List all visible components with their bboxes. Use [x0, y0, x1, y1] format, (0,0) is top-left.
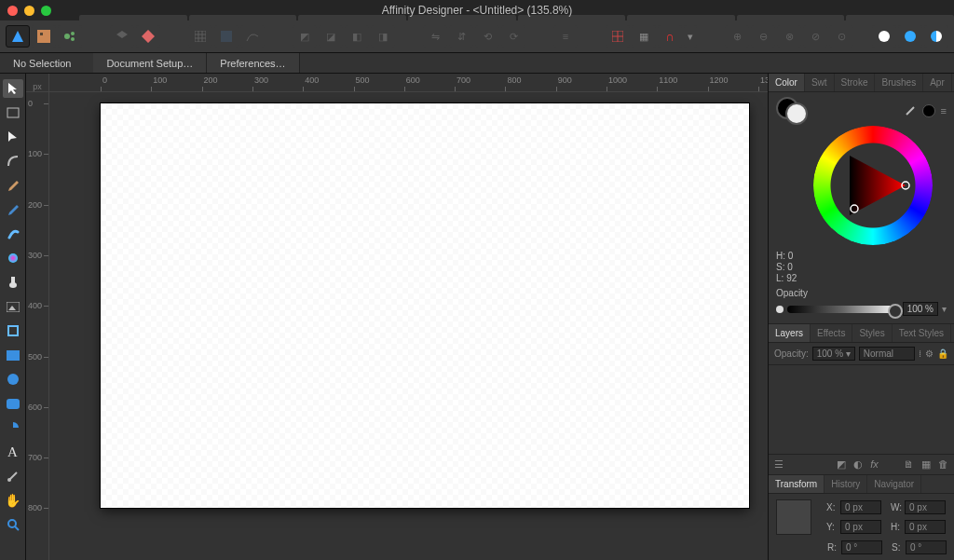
pen-tool[interactable] [3, 176, 23, 195]
hsl-readout: H: 0 S: 0 L: 92 [776, 251, 947, 284]
boolean-subtract-button[interactable]: ⊖ [751, 25, 775, 48]
canvas-area[interactable] [49, 92, 768, 560]
transform-r-field[interactable]: R:0 ° [827, 540, 882, 554]
snap-grid-button[interactable] [606, 25, 630, 48]
panel-tab-stroke[interactable]: Stroke [835, 74, 876, 91]
move-back-button[interactable]: ◩ [293, 25, 317, 48]
crop-tool[interactable] [3, 321, 23, 340]
ellipse-tool[interactable] [3, 370, 23, 389]
snap-pixel-button[interactable]: ▦ [632, 25, 656, 48]
flip-horizontal-button[interactable]: ⇋ [423, 25, 447, 48]
artboard[interactable] [101, 103, 749, 508]
document-setup-button[interactable]: Document Setup… [93, 53, 207, 73]
panel-tab-swt[interactable]: Swt [805, 74, 835, 91]
rotate-cw-button[interactable]: ⟳ [501, 25, 525, 48]
transform-x-field[interactable]: X:0 px [826, 500, 881, 514]
sample-swatch[interactable] [922, 104, 935, 117]
flip-vertical-button[interactable]: ⇵ [449, 25, 473, 48]
panel-tab-styles[interactable]: Styles [852, 324, 892, 342]
blend-mode-select[interactable]: Normal [859, 347, 915, 361]
synchronize-defaults-button[interactable] [136, 25, 160, 48]
close-window-button[interactable] [7, 6, 18, 16]
insert-target-1-button[interactable] [872, 25, 896, 48]
transform-h-field[interactable]: H:0 px [891, 520, 946, 534]
panel-tab-transform[interactable]: Transform [769, 475, 825, 493]
snap-magnet-button[interactable]: ∩ [658, 25, 682, 48]
minimize-window-button[interactable] [24, 6, 34, 16]
adjustment-layer-icon[interactable]: ◐ [853, 458, 863, 471]
rotate-ccw-button[interactable]: ⟲ [475, 25, 499, 48]
zoom-tool[interactable] [3, 515, 23, 534]
layers-summary-icon[interactable]: ☰ [774, 458, 784, 471]
shape-tool[interactable] [3, 418, 23, 437]
layer-settings-icon[interactable]: ⚙ [925, 348, 934, 359]
color-picker-tool[interactable] [3, 467, 23, 485]
persona-export-button[interactable] [58, 25, 82, 48]
ruler-origin[interactable]: px [26, 74, 49, 92]
add-layer-icon[interactable]: 🗎 [904, 458, 914, 471]
place-image-tool[interactable] [3, 297, 23, 316]
layer-opacity-field[interactable]: 100 % ▾ [812, 347, 855, 361]
mask-layer-icon[interactable]: ◩ [837, 458, 846, 471]
move-backward-button[interactable]: ◪ [319, 25, 343, 48]
panel-tab-history[interactable]: History [825, 475, 867, 493]
color-wheel[interactable] [813, 126, 933, 245]
move-forward-button[interactable]: ◧ [345, 25, 369, 48]
vector-brush-tool[interactable] [3, 225, 23, 243]
opacity-dropdown-icon[interactable]: ▾ [942, 304, 947, 314]
boolean-divide-button[interactable]: ⊘ [803, 25, 827, 48]
move-tool[interactable] [3, 79, 23, 98]
svg-marker-36 [850, 156, 906, 215]
boolean-add-button[interactable]: ⊕ [725, 25, 749, 48]
opacity-value[interactable]: 100 % [903, 302, 938, 316]
boolean-combine-button[interactable]: ⊙ [829, 25, 853, 48]
opacity-slider[interactable] [787, 306, 899, 313]
persona-pixel-button[interactable] [32, 25, 56, 48]
pencil-tool[interactable] [3, 200, 23, 219]
snap-options-button[interactable]: ▾ [684, 25, 697, 48]
delete-layer-icon[interactable]: 🗑 [938, 458, 948, 471]
baseline-toggle-button[interactable] [214, 25, 238, 48]
rounded-rect-tool[interactable] [3, 394, 23, 413]
persona-designer-button[interactable] [6, 25, 30, 48]
boolean-intersect-button[interactable]: ⊗ [777, 25, 801, 48]
default-view-button[interactable] [110, 25, 134, 48]
corner-tool[interactable] [3, 152, 23, 171]
panel-tab-layers[interactable]: Layers [769, 324, 811, 342]
rectangle-tool[interactable] [3, 346, 23, 364]
text-tool[interactable]: A [3, 443, 23, 461]
layers-list[interactable] [769, 365, 954, 454]
grid-toggle-button[interactable] [188, 25, 212, 48]
move-front-button[interactable]: ◨ [371, 25, 395, 48]
pan-tool[interactable]: ✋ [3, 491, 23, 510]
add-pixel-layer-icon[interactable]: ▦ [921, 458, 931, 471]
panel-tab-text-styles[interactable]: Text Styles [893, 324, 951, 342]
anchor-selector[interactable] [776, 499, 811, 535]
eyedropper-icon[interactable] [904, 104, 917, 117]
fx-layer-icon[interactable]: fx [870, 458, 879, 471]
preferences-button[interactable]: Preferences… [207, 53, 299, 73]
fill-swatch[interactable] [785, 102, 808, 125]
zoom-window-button[interactable] [41, 6, 51, 16]
align-menu-button[interactable]: ≡ [553, 25, 578, 48]
panel-tab-apr[interactable]: Apr [923, 74, 952, 91]
color-panel-menu-icon[interactable]: ≡ [941, 105, 947, 116]
artboard-tool[interactable] [3, 103, 23, 122]
canvas-viewport[interactable]: px 0100200300400500600700800900100011001… [26, 74, 768, 560]
vertical-ruler[interactable]: 0100200300400500600700800 [26, 92, 49, 560]
insert-target-2-button[interactable] [898, 25, 922, 48]
panel-tab-color[interactable]: Color [769, 74, 805, 91]
curves-toggle-button[interactable] [240, 25, 265, 48]
transform-s-field[interactable]: S:0 ° [892, 540, 947, 554]
transparency-tool[interactable] [3, 273, 23, 292]
panel-tab-navigator[interactable]: Navigator [867, 475, 921, 493]
transform-w-field[interactable]: W:0 px [891, 500, 946, 514]
horizontal-ruler[interactable]: 0100200300400500600700800900100011001200… [49, 74, 768, 92]
panel-tab-brushes[interactable]: Brushes [875, 74, 923, 91]
node-tool[interactable] [3, 128, 23, 146]
transform-y-field[interactable]: Y:0 px [826, 520, 881, 534]
fill-tool[interactable] [3, 249, 23, 267]
layer-lock-icon[interactable]: 🔒 [937, 348, 948, 359]
panel-tab-effects[interactable]: Effects [811, 324, 852, 342]
insert-target-3-button[interactable] [924, 25, 948, 48]
